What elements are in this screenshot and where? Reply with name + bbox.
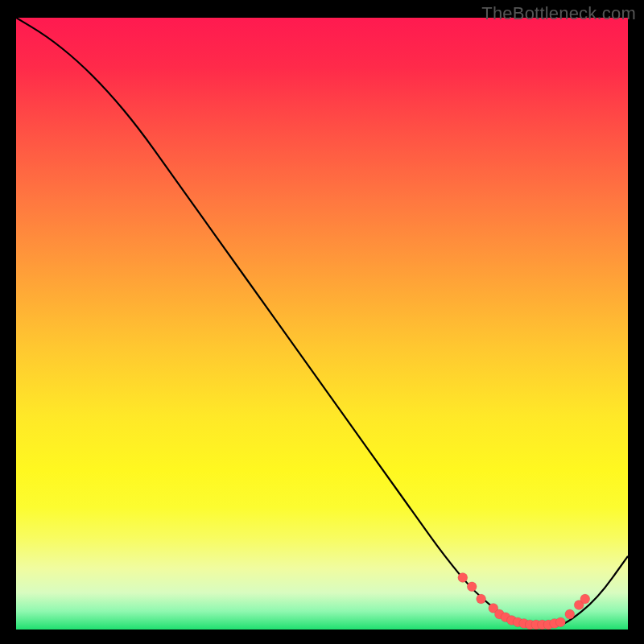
sweet-spot-dots xyxy=(458,572,590,630)
highlight-dot xyxy=(525,620,535,630)
highlight-dot xyxy=(550,618,559,628)
highlight-dot xyxy=(513,617,522,627)
highlight-dot xyxy=(467,582,477,592)
highlight-dot xyxy=(531,620,541,630)
highlight-dot xyxy=(538,620,547,630)
highlight-dot xyxy=(507,616,517,625)
highlight-dot xyxy=(580,594,590,604)
highlight-dot xyxy=(501,613,510,622)
highlight-dot xyxy=(494,609,504,619)
bottleneck-curve xyxy=(16,18,628,626)
highlight-dot xyxy=(458,572,468,582)
highlight-dot xyxy=(519,618,529,628)
watermark-text: TheBottleneck.com xyxy=(481,3,636,24)
highlight-dot xyxy=(555,617,565,627)
highlight-dot xyxy=(489,603,498,613)
chart-svg xyxy=(16,18,628,630)
highlight-dot xyxy=(477,594,486,604)
highlight-dot xyxy=(574,601,584,610)
highlight-dot xyxy=(565,609,575,619)
chart-gradient-background xyxy=(16,18,628,630)
highlight-dot xyxy=(543,620,553,630)
